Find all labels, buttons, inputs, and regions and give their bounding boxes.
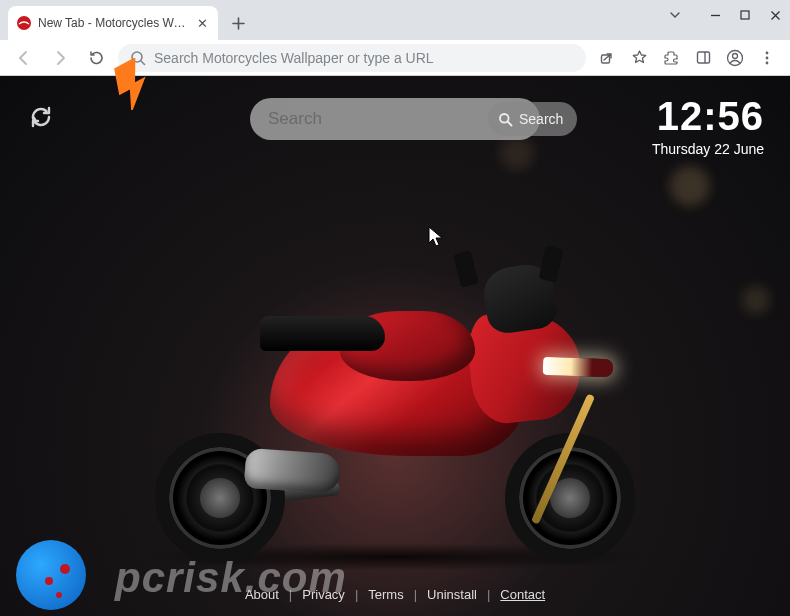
svg-point-10: [500, 114, 509, 123]
share-button[interactable]: [594, 45, 620, 71]
chrome-menu-button[interactable]: [754, 45, 780, 71]
plus-icon: [232, 17, 245, 30]
clock-date: Thursday 22 June: [652, 141, 764, 157]
panel-icon: [696, 50, 711, 65]
wallpaper-motorcycle: [115, 221, 675, 571]
puzzle-icon: [663, 50, 679, 66]
svg-point-9: [766, 61, 769, 64]
window-close-button[interactable]: [760, 0, 790, 30]
bookmark-button[interactable]: [626, 45, 652, 71]
window-maximize-button[interactable]: [730, 0, 760, 30]
search-icon: [498, 112, 513, 127]
tab-title: New Tab - Motorcycles Wallpape: [38, 16, 188, 30]
omnibox-placeholder: Search Motorcycles Wallpaper or type a U…: [154, 50, 434, 66]
share-icon: [599, 49, 616, 66]
minimize-icon: [710, 10, 721, 21]
new-tab-button[interactable]: [224, 9, 252, 37]
footer-link-privacy[interactable]: Privacy: [302, 587, 345, 602]
svg-point-7: [766, 51, 769, 54]
page-search-bar: Search: [250, 98, 540, 140]
sidepanel-button[interactable]: [690, 45, 716, 71]
tabs-dropdown-button[interactable]: [660, 0, 690, 30]
arrow-right-icon: [51, 49, 69, 67]
svg-point-8: [766, 56, 769, 59]
nav-forward-button[interactable]: [46, 44, 74, 72]
tab-close-icon[interactable]: ✕: [194, 15, 210, 31]
nav-reload-button[interactable]: [82, 44, 110, 72]
close-icon: [770, 10, 781, 21]
browser-tab[interactable]: New Tab - Motorcycles Wallpape ✕: [8, 6, 218, 40]
svg-rect-1: [741, 11, 749, 19]
omnibox[interactable]: Search Motorcycles Wallpaper or type a U…: [118, 44, 586, 72]
wallpaper-refresh-button[interactable]: [28, 104, 54, 134]
window-controls: [660, 0, 790, 30]
extensions-button[interactable]: [658, 45, 684, 71]
svg-point-6: [733, 53, 738, 58]
clock-widget: 12:56 Thursday 22 June: [652, 94, 764, 157]
footer-link-contact[interactable]: Contact: [500, 587, 545, 602]
footer-link-uninstall[interactable]: Uninstall: [427, 587, 477, 602]
page-search-button[interactable]: Search: [488, 102, 577, 136]
footer-link-terms[interactable]: Terms: [368, 587, 403, 602]
svg-rect-4: [697, 52, 709, 63]
reload-icon: [88, 49, 105, 66]
star-icon: [631, 49, 648, 66]
kebab-icon: [759, 50, 775, 66]
svg-point-0: [17, 16, 31, 30]
refresh-icon: [28, 104, 54, 130]
tab-favicon-icon: [16, 15, 32, 31]
newtab-content: Search 12:56 Thursday 22 June About| Pri…: [0, 76, 790, 616]
profile-icon: [726, 49, 744, 67]
toolbar-actions: [594, 45, 780, 71]
bokeh-light: [500, 136, 534, 170]
page-search-input[interactable]: [268, 109, 480, 129]
search-button-label: Search: [519, 111, 563, 127]
footer-link-about[interactable]: About: [245, 587, 279, 602]
window-minimize-button[interactable]: [700, 0, 730, 30]
maximize-icon: [740, 10, 750, 20]
profile-button[interactable]: [722, 45, 748, 71]
bokeh-light: [742, 286, 770, 314]
bokeh-light: [670, 166, 710, 206]
footer-links: About| Privacy| Terms| Uninstall| Contac…: [0, 587, 790, 602]
window-titlebar: New Tab - Motorcycles Wallpape ✕: [0, 0, 790, 40]
annotation-arrow-icon: [114, 58, 162, 110]
clock-time: 12:56: [652, 94, 764, 139]
nav-back-button[interactable]: [10, 44, 38, 72]
arrow-left-icon: [15, 49, 33, 67]
chevron-down-icon: [669, 9, 681, 21]
